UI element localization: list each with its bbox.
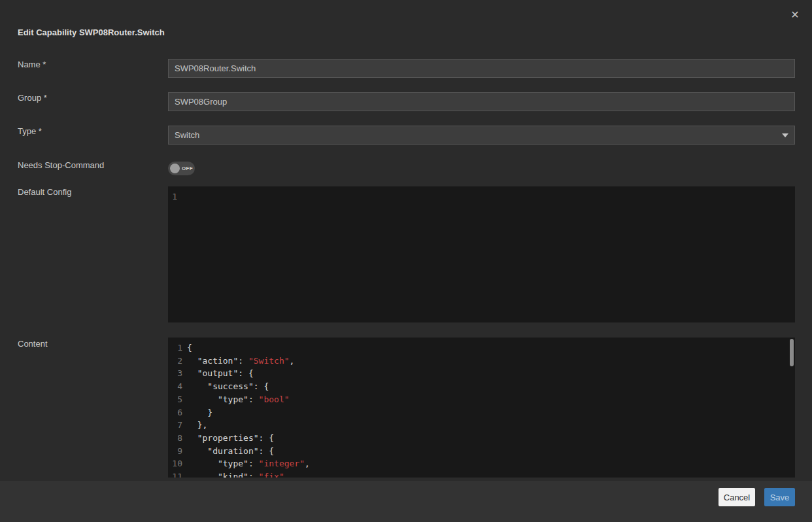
type-select[interactable]: Switch (168, 126, 795, 145)
code-line: 3 "output": { (168, 367, 795, 380)
code-text: } (187, 406, 212, 419)
code-text: "properties": { (187, 432, 274, 445)
line-number: 8 (168, 432, 182, 445)
line-number: 1 (168, 190, 177, 203)
default-config-label: Default Config (18, 187, 71, 197)
dialog-title: Edit Capability SWP08Router.Switch (18, 27, 165, 37)
code-text: "type": "bool" (187, 393, 290, 406)
code-line: 1{ (168, 341, 795, 355)
code-line: 7 }, (168, 419, 795, 432)
code-text: "action": "Switch", (187, 355, 294, 368)
code-line: 4 "success": { (168, 380, 795, 393)
line-number: 1 (168, 341, 182, 355)
line-number: 4 (168, 380, 182, 393)
editor-scrollbar[interactable] (790, 339, 794, 366)
name-input[interactable] (168, 59, 795, 78)
dialog-footer (0, 481, 812, 522)
code-line: 8 "properties": { (168, 432, 795, 445)
toggle-knob (170, 164, 180, 173)
code-line: 11 "kind": "fix" (168, 470, 795, 478)
content-editor[interactable]: 1{2 "action": "Switch",3 "output": {4 "s… (168, 338, 795, 478)
code-text: "duration": { (187, 445, 274, 458)
code-text: "success": { (187, 380, 269, 393)
code-line: 6 } (168, 406, 795, 419)
save-button[interactable]: Save (764, 488, 795, 506)
line-number: 5 (168, 393, 182, 406)
code-text: "type": "integer", (187, 457, 310, 470)
group-input[interactable] (168, 92, 795, 111)
line-number: 6 (168, 406, 182, 419)
code-line: 1 (168, 190, 795, 203)
default-config-editor[interactable]: 1 (168, 186, 795, 322)
name-label: Name * (18, 60, 46, 69)
line-number: 7 (168, 419, 182, 432)
chevron-down-icon (782, 133, 788, 137)
line-number: 9 (168, 445, 182, 458)
close-icon[interactable]: ✕ (788, 9, 802, 22)
line-number: 10 (168, 457, 182, 470)
code-line: 5 "type": "bool" (168, 393, 795, 406)
line-number: 11 (168, 470, 182, 478)
code-line: 10 "type": "integer", (168, 457, 795, 470)
needs-stop-command-label: Needs Stop-Command (18, 160, 104, 170)
code-text: { (187, 341, 192, 355)
type-label: Type * (18, 126, 42, 136)
cancel-button[interactable]: Cancel (719, 488, 755, 506)
content-label: Content (18, 339, 48, 349)
needs-stop-command-toggle[interactable]: OFF (168, 162, 195, 175)
code-line: 9 "duration": { (168, 445, 795, 458)
line-number: 3 (168, 367, 182, 380)
line-number: 2 (168, 355, 182, 368)
code-text: }, (187, 419, 207, 432)
group-label: Group * (18, 93, 47, 103)
code-text: "output": { (187, 367, 254, 380)
toggle-state-label: OFF (182, 165, 193, 171)
type-select-value: Switch (175, 130, 199, 140)
code-line: 2 "action": "Switch", (168, 355, 795, 368)
code-text: "kind": "fix" (187, 470, 284, 478)
